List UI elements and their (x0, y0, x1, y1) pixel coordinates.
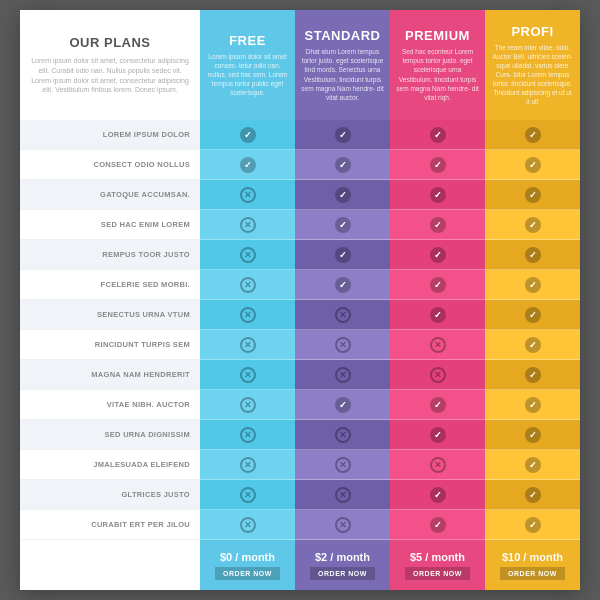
cell-standard-13: ✕ (295, 510, 390, 540)
x-icon: ✕ (240, 337, 256, 353)
cell-profi-4: ✓ (485, 240, 580, 270)
cell-premium-7: ✕ (390, 330, 485, 360)
x-icon: ✕ (240, 307, 256, 323)
cell-standard-2: ✓ (295, 180, 390, 210)
feature-label-7: RINCIDUNT TURPIS SEM (20, 330, 200, 360)
x-icon: ✕ (335, 487, 351, 503)
cell-premium-8: ✕ (390, 360, 485, 390)
cell-standard-6: ✕ (295, 300, 390, 330)
footer-premium: $5 / monthORDER NOW (390, 540, 485, 590)
cell-profi-0: ✓ (485, 120, 580, 150)
check-icon: ✓ (335, 277, 351, 293)
feature-label-4: REMPUS TOOR JUSTO (20, 240, 200, 270)
check-icon: ✓ (335, 247, 351, 263)
check-icon: ✓ (335, 127, 351, 143)
x-icon: ✕ (240, 487, 256, 503)
cell-free-3: ✕ (200, 210, 295, 240)
check-icon: ✓ (525, 397, 541, 413)
price-free: $0 / month (220, 551, 275, 563)
feature-label-8: MAGNA NAM HENDRERIT (20, 360, 200, 390)
cell-profi-1: ✓ (485, 150, 580, 180)
feature-label-3: SED HAC ENIM LOREM (20, 210, 200, 240)
pricing-table: OUR PLANSLorem ipsum dolor sit amet, con… (20, 10, 580, 590)
x-icon: ✕ (430, 367, 446, 383)
cell-free-11: ✕ (200, 450, 295, 480)
x-icon: ✕ (240, 277, 256, 293)
x-icon: ✕ (430, 337, 446, 353)
feature-label-10: SED URNA DIGNISSIM (20, 420, 200, 450)
header-standard: STANDARDDhat atum Lorem tempus tortor ju… (295, 10, 390, 120)
order-btn-profi[interactable]: ORDER NOW (500, 567, 565, 580)
check-icon: ✓ (525, 427, 541, 443)
check-icon: ✓ (430, 157, 446, 173)
x-icon: ✕ (335, 517, 351, 533)
feature-label-6: SENECTUS URNA VTUM (20, 300, 200, 330)
order-btn-premium[interactable]: ORDER NOW (405, 567, 470, 580)
plan-desc-standard: Dhat atum Lorem tempus tortor justo. ege… (301, 47, 384, 102)
cell-standard-11: ✕ (295, 450, 390, 480)
feature-label-11: JMALESUADA ELEIFEND (20, 450, 200, 480)
check-icon: ✓ (525, 127, 541, 143)
cell-profi-6: ✓ (485, 300, 580, 330)
x-icon: ✕ (335, 307, 351, 323)
cell-premium-2: ✓ (390, 180, 485, 210)
feature-label-2: GATOQUE ACCUMSAN. (20, 180, 200, 210)
plan-desc-premium: Sed hac econteur Lorem tempus tortor jus… (396, 47, 479, 102)
x-icon: ✕ (335, 367, 351, 383)
cell-profi-3: ✓ (485, 210, 580, 240)
cell-premium-9: ✓ (390, 390, 485, 420)
cell-premium-12: ✓ (390, 480, 485, 510)
cell-free-13: ✕ (200, 510, 295, 540)
x-icon: ✕ (240, 517, 256, 533)
plans-desc: Lorem ipsum dolor sit amet, consectetur … (30, 56, 190, 95)
cell-free-8: ✕ (200, 360, 295, 390)
check-icon: ✓ (525, 367, 541, 383)
feature-label-9: VITAE NIBH. AUCTOR (20, 390, 200, 420)
check-icon: ✓ (430, 427, 446, 443)
check-icon: ✓ (335, 397, 351, 413)
check-icon: ✓ (430, 127, 446, 143)
plan-name-premium: PREMIUM (405, 28, 470, 43)
plan-name-profi: PROFI (511, 24, 553, 39)
cell-standard-5: ✓ (295, 270, 390, 300)
cell-free-5: ✕ (200, 270, 295, 300)
check-icon: ✓ (525, 337, 541, 353)
order-btn-standard[interactable]: ORDER NOW (310, 567, 375, 580)
x-icon: ✕ (335, 427, 351, 443)
price-profi: $10 / month (502, 551, 563, 563)
feature-label-1: CONSECT ODIO NOLLUS (20, 150, 200, 180)
x-icon: ✕ (335, 457, 351, 473)
check-icon: ✓ (335, 187, 351, 203)
check-icon: ✓ (525, 247, 541, 263)
check-icon: ✓ (525, 157, 541, 173)
check-icon: ✓ (525, 457, 541, 473)
check-icon: ✓ (430, 397, 446, 413)
check-icon: ✓ (525, 487, 541, 503)
cell-free-1: ✓ (200, 150, 295, 180)
feature-label-0: LOREM IPSUM DOLOR (20, 120, 200, 150)
cell-free-10: ✕ (200, 420, 295, 450)
footer-standard: $2 / monthORDER NOW (295, 540, 390, 590)
check-icon: ✓ (430, 187, 446, 203)
cell-profi-10: ✓ (485, 420, 580, 450)
cell-standard-8: ✕ (295, 360, 390, 390)
cell-standard-12: ✕ (295, 480, 390, 510)
cell-profi-7: ✓ (485, 330, 580, 360)
cell-free-6: ✕ (200, 300, 295, 330)
plans-title: OUR PLANS (69, 35, 150, 50)
feature-label-13: CURABIT ERT PER JILOU (20, 510, 200, 540)
footer-profi: $10 / monthORDER NOW (485, 540, 580, 590)
cell-premium-1: ✓ (390, 150, 485, 180)
cell-profi-2: ✓ (485, 180, 580, 210)
order-btn-free[interactable]: ORDER NOW (215, 567, 280, 580)
price-premium: $5 / month (410, 551, 465, 563)
cell-premium-11: ✕ (390, 450, 485, 480)
cell-free-4: ✕ (200, 240, 295, 270)
x-icon: ✕ (240, 187, 256, 203)
x-icon: ✕ (240, 397, 256, 413)
cell-premium-13: ✓ (390, 510, 485, 540)
x-icon: ✕ (335, 337, 351, 353)
cell-premium-5: ✓ (390, 270, 485, 300)
check-icon: ✓ (430, 277, 446, 293)
cell-profi-8: ✓ (485, 360, 580, 390)
